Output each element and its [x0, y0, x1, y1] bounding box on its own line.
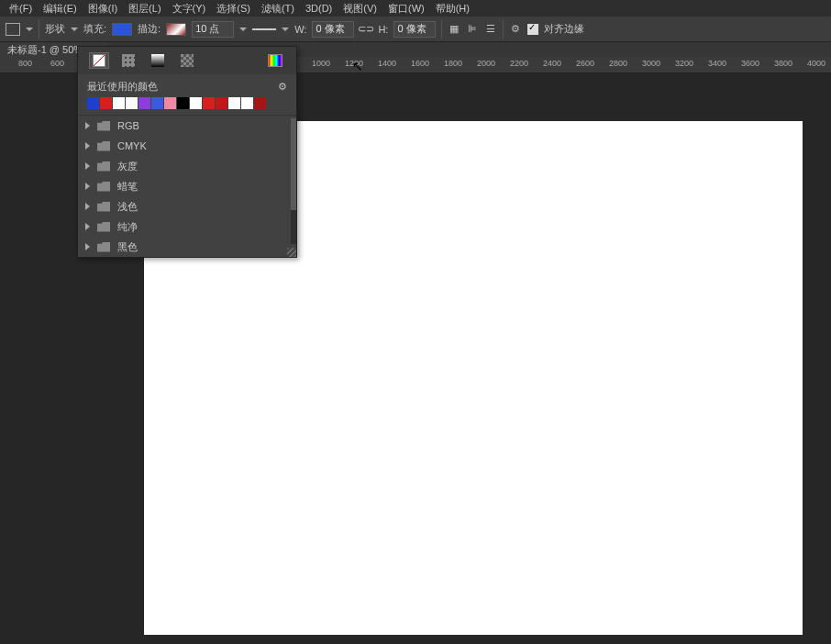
- menu-view[interactable]: 视图(V): [338, 0, 382, 17]
- link-wh-icon[interactable]: ⊂⊃: [360, 23, 372, 36]
- folder-label: 浅色: [117, 200, 138, 214]
- recent-colors-row: [87, 97, 287, 109]
- scrollbar-thumb[interactable]: [291, 118, 296, 210]
- color-swatch[interactable]: [164, 97, 176, 109]
- shape-mode-label: 形状: [45, 22, 65, 36]
- color-swatch[interactable]: [254, 97, 266, 109]
- menu-select[interactable]: 选择(S): [211, 0, 256, 17]
- chevron-right-icon: [85, 162, 90, 170]
- gear-icon[interactable]: [509, 23, 522, 36]
- color-swatch[interactable]: [190, 97, 202, 109]
- tab-gradient-icon[interactable]: [148, 52, 168, 69]
- panel-resize-icon[interactable]: [287, 248, 296, 257]
- color-swatch[interactable]: [113, 97, 125, 109]
- menu-window[interactable]: 窗口(W): [382, 0, 430, 17]
- menu-edit[interactable]: 编辑(E): [38, 0, 83, 17]
- fill-swatch[interactable]: [112, 23, 132, 36]
- panel-tabs: [78, 47, 296, 74]
- color-swatch[interactable]: [138, 97, 150, 109]
- menu-image[interactable]: 图像(I): [83, 0, 123, 17]
- height-input[interactable]: [393, 21, 436, 38]
- folder-icon: [97, 222, 110, 232]
- color-swatch[interactable]: [228, 97, 240, 109]
- folder-list: RGBCMYK灰度蜡笔浅色纯净黑色: [78, 116, 296, 257]
- arrange-icon[interactable]: ☰: [484, 23, 497, 36]
- recent-colors-label: 最近使用的颜色: [87, 80, 158, 94]
- folder-label: 蜡笔: [117, 180, 138, 194]
- align-icon[interactable]: ⊫: [466, 23, 479, 36]
- color-swatch[interactable]: [216, 97, 227, 109]
- recent-colors-section: 最近使用的颜色: [78, 74, 296, 116]
- folder-icon: [97, 182, 110, 192]
- fill-label: 填充:: [83, 22, 106, 36]
- folder-icon: [97, 141, 110, 151]
- color-swatch[interactable]: [126, 97, 138, 109]
- color-swatch[interactable]: [241, 97, 253, 109]
- stroke-swatch[interactable]: [166, 23, 186, 36]
- folder-row[interactable]: 黑色: [78, 237, 296, 257]
- path-ops-icon[interactable]: ▦: [448, 23, 460, 36]
- shape-mode-dropdown[interactable]: 形状: [45, 22, 78, 36]
- tab-pattern-icon[interactable]: [177, 52, 197, 69]
- panel-options-icon[interactable]: [278, 81, 287, 93]
- folder-row[interactable]: RGB: [78, 116, 296, 136]
- stroke-width-dropdown[interactable]: [192, 21, 247, 38]
- stroke-width-input[interactable]: [192, 21, 234, 38]
- options-bar: 形状 填充: 描边: W: ⊂⊃ H: ▦ ⊫ ☰ 对齐边缘: [0, 17, 831, 42]
- folder-label: CMYK: [117, 140, 147, 151]
- color-swatch[interactable]: [151, 97, 163, 109]
- menu-layer[interactable]: 图层(L): [123, 0, 166, 17]
- chevron-right-icon: [85, 243, 90, 250]
- folder-label: RGB: [117, 120, 139, 131]
- workspace: 800 600 1000 1200 1400 1600 1800 2000 22…: [0, 57, 831, 644]
- color-picker-icon[interactable]: [265, 52, 285, 69]
- width-input[interactable]: [312, 21, 354, 38]
- menu-help[interactable]: 帮助(H): [430, 0, 475, 17]
- folder-row[interactable]: 浅色: [78, 196, 296, 217]
- shape-tool-preset[interactable]: [6, 23, 33, 36]
- chevron-right-icon: [85, 183, 90, 190]
- folder-icon: [97, 242, 110, 252]
- color-swatches-panel: 最近使用的颜色 RGBCMYK灰度蜡笔浅色纯净黑色: [77, 46, 297, 258]
- menu-filter[interactable]: 滤镜(T): [256, 0, 300, 17]
- stroke-style-dropdown[interactable]: [252, 28, 289, 31]
- folder-row[interactable]: 灰度: [78, 156, 296, 176]
- chevron-right-icon: [85, 122, 90, 129]
- folder-row[interactable]: 纯净: [78, 217, 296, 237]
- align-edges-label: 对齐边缘: [544, 22, 584, 36]
- menu-bar: 件(F) 编辑(E) 图像(I) 图层(L) 文字(Y) 选择(S) 滤镜(T)…: [0, 0, 831, 17]
- color-swatch[interactable]: [203, 97, 215, 109]
- chevron-right-icon: [85, 223, 90, 230]
- chevron-right-icon: [85, 203, 90, 210]
- scrollbar[interactable]: [291, 118, 296, 244]
- align-edges-checkbox[interactable]: [527, 24, 538, 35]
- height-label: H:: [378, 24, 388, 35]
- width-label: W:: [294, 24, 306, 35]
- folder-label: 黑色: [117, 240, 138, 254]
- tab-solid-icon[interactable]: [89, 52, 109, 69]
- folder-label: 纯净: [117, 220, 138, 234]
- color-swatch[interactable]: [100, 97, 112, 109]
- folder-icon: [97, 121, 110, 131]
- folder-label: 灰度: [117, 160, 138, 173]
- folder-row[interactable]: CMYK: [78, 136, 296, 156]
- menu-3d[interactable]: 3D(D): [300, 1, 338, 16]
- color-swatch[interactable]: [177, 97, 189, 109]
- menu-type[interactable]: 文字(Y): [167, 0, 212, 17]
- folder-icon: [97, 161, 110, 172]
- folder-row[interactable]: 蜡笔: [78, 176, 296, 196]
- chevron-right-icon: [85, 142, 90, 150]
- stroke-label: 描边:: [138, 22, 161, 36]
- color-swatch[interactable]: [87, 97, 99, 109]
- tab-grid-icon[interactable]: [118, 52, 138, 69]
- folder-icon: [97, 202, 110, 212]
- menu-file[interactable]: 件(F): [4, 0, 38, 17]
